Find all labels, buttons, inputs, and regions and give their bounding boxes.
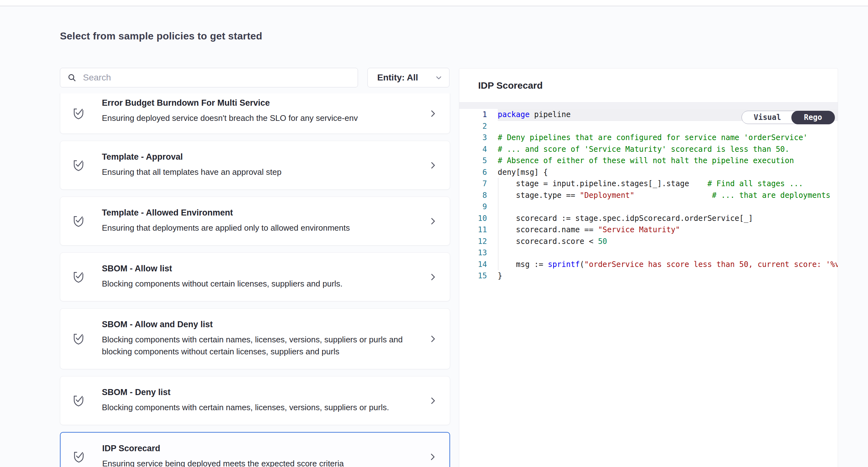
code-text: scorecard := stage.spec.idpScorecard.ord… bbox=[498, 213, 753, 224]
code-text: stage.type == "Deployment" # ... that ar… bbox=[498, 189, 831, 201]
policy-title: SBOM - Allow and Deny list bbox=[102, 319, 405, 329]
policy-shield-icon bbox=[71, 393, 86, 408]
policy-title: Error Budget Burndown For Multi Service bbox=[102, 98, 358, 108]
line-number: 4 bbox=[459, 144, 498, 155]
top-app-bar bbox=[0, 0, 868, 6]
visual-toggle-button[interactable]: Visual bbox=[742, 111, 792, 124]
chevron-right-icon bbox=[428, 333, 438, 344]
code-text: scorecard.score < 50 bbox=[498, 236, 607, 247]
code-text: } bbox=[498, 270, 502, 282]
line-number: 1 bbox=[459, 109, 498, 120]
line-number: 8 bbox=[459, 189, 498, 201]
policy-preview-panel: IDP Scorecard 1package pipeline23# Deny … bbox=[459, 68, 838, 467]
line-number: 9 bbox=[459, 201, 498, 213]
code-toolbar-strip bbox=[459, 103, 838, 109]
search-box[interactable] bbox=[60, 68, 358, 87]
policy-desc: Blocking components without certain lice… bbox=[102, 278, 343, 290]
code-text: deny[msg] { bbox=[498, 167, 548, 178]
policy-shield-icon bbox=[71, 331, 86, 347]
policy-shield-icon bbox=[71, 269, 86, 285]
search-input[interactable] bbox=[82, 72, 336, 83]
line-number: 6 bbox=[459, 167, 498, 178]
code-line-6: 6deny[msg] { bbox=[459, 167, 838, 178]
line-number: 15 bbox=[459, 270, 498, 282]
code-text: # ... and score of 'Service Maturity' sc… bbox=[498, 144, 789, 155]
policy-title: SBOM - Deny list bbox=[102, 387, 389, 397]
rego-code-editor[interactable]: 1package pipeline23# Deny pipelines that… bbox=[459, 109, 838, 467]
code-line-13: 13 bbox=[459, 247, 838, 259]
code-text: msg := sprintf("orderService has score l… bbox=[498, 259, 838, 270]
code-line-4: 4# ... and score of 'Service Maturity' s… bbox=[459, 144, 838, 155]
line-number: 12 bbox=[459, 236, 498, 247]
chevron-right-icon bbox=[428, 216, 438, 227]
policy-desc: Ensuring deployed service doesn't breach… bbox=[102, 112, 358, 124]
policy-title: Template - Allowed Environment bbox=[102, 208, 350, 218]
policy-card-sbom-allow-list[interactable]: SBOM - Allow listBlocking components wit… bbox=[60, 253, 450, 301]
code-text: scorecard.name == "Service Maturity" bbox=[498, 224, 680, 236]
policy-shield-icon bbox=[71, 158, 86, 173]
preview-header: IDP Scorecard bbox=[459, 68, 838, 103]
chevron-down-icon bbox=[435, 74, 443, 82]
code-line-7: 7 stage = input.pipeline.stages[_].stage… bbox=[459, 178, 838, 189]
chevron-right-icon bbox=[428, 451, 437, 462]
policy-card-sbom-allow-and-deny-list[interactable]: SBOM - Allow and Deny listBlocking compo… bbox=[60, 308, 450, 369]
code-line-5: 5# Absence of either of these will not h… bbox=[459, 155, 838, 167]
code-line-8: 8 stage.type == "Deployment" # ... that … bbox=[459, 189, 838, 201]
code-line-12: 12 scorecard.score < 50 bbox=[459, 236, 838, 247]
policy-desc: Blocking components with certain names, … bbox=[102, 333, 405, 357]
policy-desc: Ensuring that deployments are applied on… bbox=[102, 222, 350, 234]
line-number: 13 bbox=[459, 247, 498, 259]
policy-desc: Ensuring service being deployed meets th… bbox=[102, 458, 344, 467]
policy-desc: Ensuring that all templates have an appr… bbox=[102, 166, 281, 178]
policy-shield-icon bbox=[71, 214, 86, 229]
page-title: Select from sample policies to get start… bbox=[60, 30, 262, 42]
policy-card-template-allowed-environment[interactable]: Template - Allowed EnvironmentEnsuring t… bbox=[60, 197, 450, 245]
code-text: package pipeline bbox=[498, 109, 570, 120]
policy-card-error-budget-burndown-for-multi-service[interactable]: Error Budget Burndown For Multi ServiceE… bbox=[60, 93, 450, 134]
entity-filter-label: Entity: All bbox=[377, 72, 418, 83]
chevron-right-icon bbox=[428, 160, 438, 171]
chevron-right-icon bbox=[428, 396, 438, 406]
policy-desc: Blocking components with certain names, … bbox=[102, 401, 389, 413]
policy-card-sbom-deny-list[interactable]: SBOM - Deny listBlocking components with… bbox=[60, 376, 450, 425]
line-number: 14 bbox=[459, 259, 498, 270]
chevron-right-icon bbox=[428, 108, 438, 119]
policy-shield-icon bbox=[72, 449, 86, 465]
line-number: 3 bbox=[459, 132, 498, 144]
code-text: # Deny pipelines that are configured for… bbox=[498, 132, 808, 144]
code-line-9: 9 bbox=[459, 201, 838, 213]
line-number: 2 bbox=[459, 120, 498, 132]
preview-title: IDP Scorecard bbox=[478, 80, 543, 91]
policy-card-template-approval[interactable]: Template - ApprovalEnsuring that all tem… bbox=[60, 141, 450, 189]
entity-filter-dropdown[interactable]: Entity: All bbox=[367, 68, 450, 87]
policy-title: Template - Approval bbox=[102, 152, 281, 162]
rego-toggle-button[interactable]: Rego bbox=[792, 111, 835, 124]
code-line-10: 10 scorecard := stage.spec.idpScorecard.… bbox=[459, 213, 838, 224]
line-number: 5 bbox=[459, 155, 498, 167]
chevron-right-icon bbox=[428, 272, 438, 283]
line-number: 7 bbox=[459, 178, 498, 189]
policy-title: SBOM - Allow list bbox=[102, 263, 343, 273]
line-number: 10 bbox=[459, 213, 498, 224]
policy-shield-icon bbox=[71, 106, 86, 121]
code-line-15: 15} bbox=[459, 270, 838, 282]
policy-card-idp-scorecard[interactable]: IDP ScorecardEnsuring service being depl… bbox=[60, 432, 450, 467]
code-line-3: 3# Deny pipelines that are configured fo… bbox=[459, 132, 838, 144]
code-text: # Absence of either of these will not ha… bbox=[498, 155, 794, 167]
code-text: stage = input.pipeline.stages[_].stage #… bbox=[498, 178, 803, 189]
policy-title: IDP Scorecard bbox=[102, 443, 344, 454]
search-icon bbox=[67, 73, 76, 82]
visual-rego-toggle[interactable]: Visual Rego bbox=[742, 111, 835, 124]
code-line-14: 14 msg := sprintf("orderService has scor… bbox=[459, 259, 838, 270]
line-number: 11 bbox=[459, 224, 498, 236]
code-line-11: 11 scorecard.name == "Service Maturity" bbox=[459, 224, 838, 236]
policy-list: Error Budget Burndown For Multi ServiceE… bbox=[60, 93, 450, 467]
